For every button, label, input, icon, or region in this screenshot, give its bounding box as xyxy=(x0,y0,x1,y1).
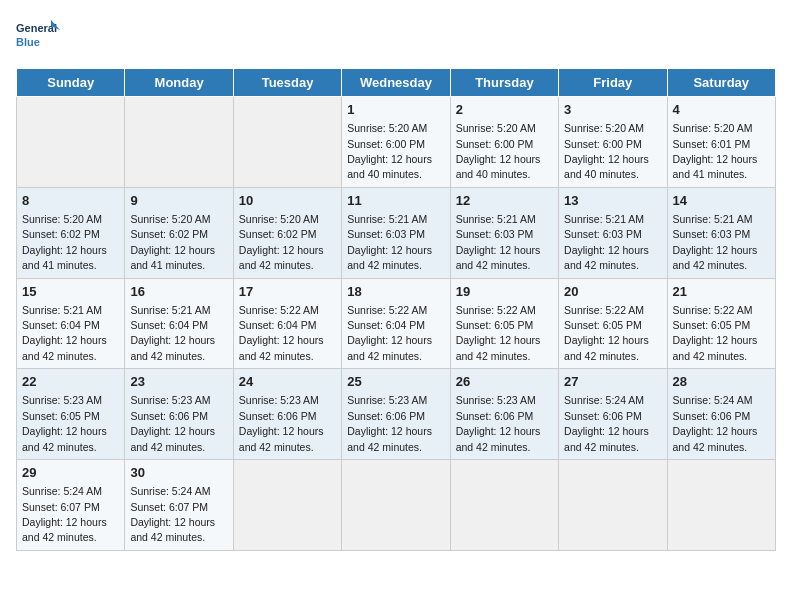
cell-sunset: Sunset: 6:05 PM xyxy=(564,319,642,331)
cell-daylight: Daylight: 12 hours and 42 minutes. xyxy=(564,425,649,452)
day-number: 1 xyxy=(347,101,444,119)
calendar-cell: 18 Sunrise: 5:22 AM Sunset: 6:04 PM Dayl… xyxy=(342,278,450,369)
cell-daylight: Daylight: 12 hours and 42 minutes. xyxy=(130,425,215,452)
day-number: 9 xyxy=(130,192,227,210)
calendar-cell xyxy=(667,460,775,551)
calendar-cell: 24 Sunrise: 5:23 AM Sunset: 6:06 PM Dayl… xyxy=(233,369,341,460)
header-row: SundayMondayTuesdayWednesdayThursdayFrid… xyxy=(17,69,776,97)
calendar-cell: 3 Sunrise: 5:20 AM Sunset: 6:00 PM Dayli… xyxy=(559,97,667,188)
svg-text:General: General xyxy=(16,22,57,34)
cell-daylight: Daylight: 12 hours and 42 minutes. xyxy=(22,425,107,452)
cell-sunset: Sunset: 6:04 PM xyxy=(239,319,317,331)
cell-daylight: Daylight: 12 hours and 41 minutes. xyxy=(673,153,758,180)
day-number: 3 xyxy=(564,101,661,119)
calendar-cell xyxy=(342,460,450,551)
cell-daylight: Daylight: 12 hours and 42 minutes. xyxy=(564,244,649,271)
cell-daylight: Daylight: 12 hours and 42 minutes. xyxy=(239,334,324,361)
day-number: 25 xyxy=(347,373,444,391)
calendar-cell: 19 Sunrise: 5:22 AM Sunset: 6:05 PM Dayl… xyxy=(450,278,558,369)
day-number: 21 xyxy=(673,283,770,301)
calendar-cell xyxy=(233,97,341,188)
cell-daylight: Daylight: 12 hours and 42 minutes. xyxy=(673,334,758,361)
calendar-cell: 10 Sunrise: 5:20 AM Sunset: 6:02 PM Dayl… xyxy=(233,187,341,278)
calendar-cell: 9 Sunrise: 5:20 AM Sunset: 6:02 PM Dayli… xyxy=(125,187,233,278)
cell-sunset: Sunset: 6:06 PM xyxy=(239,410,317,422)
cell-daylight: Daylight: 12 hours and 40 minutes. xyxy=(564,153,649,180)
cell-sunset: Sunset: 6:04 PM xyxy=(130,319,208,331)
day-number: 30 xyxy=(130,464,227,482)
calendar-week-1: 1 Sunrise: 5:20 AM Sunset: 6:00 PM Dayli… xyxy=(17,97,776,188)
cell-sunset: Sunset: 6:06 PM xyxy=(673,410,751,422)
day-number: 12 xyxy=(456,192,553,210)
calendar-cell: 22 Sunrise: 5:23 AM Sunset: 6:05 PM Dayl… xyxy=(17,369,125,460)
calendar-cell: 20 Sunrise: 5:22 AM Sunset: 6:05 PM Dayl… xyxy=(559,278,667,369)
cell-sunrise: Sunrise: 5:21 AM xyxy=(22,304,102,316)
day-number: 19 xyxy=(456,283,553,301)
calendar-cell: 8 Sunrise: 5:20 AM Sunset: 6:02 PM Dayli… xyxy=(17,187,125,278)
cell-sunrise: Sunrise: 5:20 AM xyxy=(239,213,319,225)
calendar-week-4: 22 Sunrise: 5:23 AM Sunset: 6:05 PM Dayl… xyxy=(17,369,776,460)
cell-sunrise: Sunrise: 5:24 AM xyxy=(22,485,102,497)
calendar-cell: 21 Sunrise: 5:22 AM Sunset: 6:05 PM Dayl… xyxy=(667,278,775,369)
cell-sunrise: Sunrise: 5:20 AM xyxy=(130,213,210,225)
cell-sunset: Sunset: 6:03 PM xyxy=(456,228,534,240)
cell-sunset: Sunset: 6:04 PM xyxy=(22,319,100,331)
day-number: 14 xyxy=(673,192,770,210)
calendar-cell: 27 Sunrise: 5:24 AM Sunset: 6:06 PM Dayl… xyxy=(559,369,667,460)
cell-daylight: Daylight: 12 hours and 42 minutes. xyxy=(130,516,215,543)
day-header-sunday: Sunday xyxy=(17,69,125,97)
cell-daylight: Daylight: 12 hours and 42 minutes. xyxy=(347,425,432,452)
cell-daylight: Daylight: 12 hours and 40 minutes. xyxy=(347,153,432,180)
day-number: 20 xyxy=(564,283,661,301)
logo-svg: General Blue xyxy=(16,16,60,60)
cell-sunrise: Sunrise: 5:22 AM xyxy=(239,304,319,316)
day-number: 13 xyxy=(564,192,661,210)
cell-sunset: Sunset: 6:07 PM xyxy=(130,501,208,513)
calendar-cell: 12 Sunrise: 5:21 AM Sunset: 6:03 PM Dayl… xyxy=(450,187,558,278)
cell-sunset: Sunset: 6:00 PM xyxy=(564,138,642,150)
cell-daylight: Daylight: 12 hours and 42 minutes. xyxy=(564,334,649,361)
cell-sunset: Sunset: 6:06 PM xyxy=(564,410,642,422)
cell-sunset: Sunset: 6:06 PM xyxy=(347,410,425,422)
day-number: 29 xyxy=(22,464,119,482)
cell-sunset: Sunset: 6:05 PM xyxy=(456,319,534,331)
cell-sunrise: Sunrise: 5:20 AM xyxy=(673,122,753,134)
day-number: 28 xyxy=(673,373,770,391)
cell-sunset: Sunset: 6:02 PM xyxy=(130,228,208,240)
cell-sunrise: Sunrise: 5:23 AM xyxy=(347,394,427,406)
cell-daylight: Daylight: 12 hours and 42 minutes. xyxy=(456,425,541,452)
cell-sunrise: Sunrise: 5:23 AM xyxy=(130,394,210,406)
day-number: 23 xyxy=(130,373,227,391)
cell-sunrise: Sunrise: 5:21 AM xyxy=(347,213,427,225)
calendar-cell: 26 Sunrise: 5:23 AM Sunset: 6:06 PM Dayl… xyxy=(450,369,558,460)
day-header-friday: Friday xyxy=(559,69,667,97)
calendar-cell xyxy=(559,460,667,551)
cell-sunset: Sunset: 6:03 PM xyxy=(564,228,642,240)
cell-sunset: Sunset: 6:05 PM xyxy=(673,319,751,331)
cell-sunset: Sunset: 6:04 PM xyxy=(347,319,425,331)
calendar-cell: 29 Sunrise: 5:24 AM Sunset: 6:07 PM Dayl… xyxy=(17,460,125,551)
cell-sunset: Sunset: 6:03 PM xyxy=(347,228,425,240)
cell-daylight: Daylight: 12 hours and 42 minutes. xyxy=(22,516,107,543)
calendar-cell: 13 Sunrise: 5:21 AM Sunset: 6:03 PM Dayl… xyxy=(559,187,667,278)
day-number: 16 xyxy=(130,283,227,301)
calendar-week-2: 8 Sunrise: 5:20 AM Sunset: 6:02 PM Dayli… xyxy=(17,187,776,278)
cell-sunset: Sunset: 6:07 PM xyxy=(22,501,100,513)
cell-sunset: Sunset: 6:06 PM xyxy=(456,410,534,422)
cell-sunset: Sunset: 6:06 PM xyxy=(130,410,208,422)
cell-daylight: Daylight: 12 hours and 42 minutes. xyxy=(130,334,215,361)
calendar-cell: 28 Sunrise: 5:24 AM Sunset: 6:06 PM Dayl… xyxy=(667,369,775,460)
cell-sunrise: Sunrise: 5:22 AM xyxy=(347,304,427,316)
cell-daylight: Daylight: 12 hours and 42 minutes. xyxy=(22,334,107,361)
calendar-week-3: 15 Sunrise: 5:21 AM Sunset: 6:04 PM Dayl… xyxy=(17,278,776,369)
cell-sunrise: Sunrise: 5:21 AM xyxy=(564,213,644,225)
day-header-tuesday: Tuesday xyxy=(233,69,341,97)
calendar-cell: 14 Sunrise: 5:21 AM Sunset: 6:03 PM Dayl… xyxy=(667,187,775,278)
day-number: 8 xyxy=(22,192,119,210)
cell-daylight: Daylight: 12 hours and 42 minutes. xyxy=(456,244,541,271)
day-number: 10 xyxy=(239,192,336,210)
calendar-cell: 11 Sunrise: 5:21 AM Sunset: 6:03 PM Dayl… xyxy=(342,187,450,278)
day-number: 17 xyxy=(239,283,336,301)
cell-daylight: Daylight: 12 hours and 42 minutes. xyxy=(673,244,758,271)
calendar-cell: 23 Sunrise: 5:23 AM Sunset: 6:06 PM Dayl… xyxy=(125,369,233,460)
